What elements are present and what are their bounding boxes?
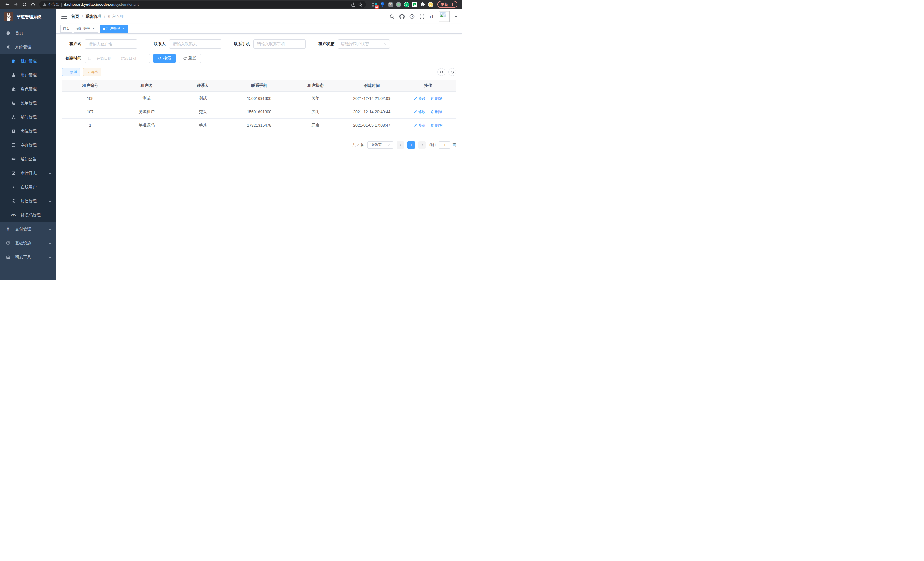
sidebar-item-pay[interactable]: ¥ 支付管理	[0, 222, 56, 236]
header-search-icon[interactable]	[389, 14, 394, 19]
extension-chat-icon[interactable]	[412, 2, 417, 8]
extensions-puzzle-icon[interactable]	[420, 2, 425, 8]
goto-group: 前往 页	[429, 141, 456, 149]
close-tab-icon[interactable]: ×	[92, 27, 96, 31]
help-icon[interactable]: ?	[410, 14, 415, 19]
start-date-input[interactable]	[93, 56, 115, 61]
filter-row-2: 创建时间 - 搜索 重置	[62, 54, 456, 63]
next-page-button[interactable]	[418, 141, 426, 149]
tenant-name-input[interactable]	[85, 39, 137, 49]
col-phone: 联系手机	[231, 80, 287, 92]
prev-page-button[interactable]	[397, 141, 404, 149]
sidebar-item-dict[interactable]: 字典管理	[0, 138, 56, 152]
contact-input[interactable]	[169, 39, 221, 49]
end-date-input[interactable]	[117, 56, 140, 61]
sidebar-item-post[interactable]: 岗位管理	[0, 124, 56, 138]
delete-link[interactable]: 删除	[430, 109, 442, 114]
sidebar-menu: 首页 系统管理 租户管理 用户管理	[0, 25, 56, 281]
profile-avatar-icon[interactable]	[428, 2, 434, 8]
tag-dept[interactable]: 部门管理×	[74, 25, 98, 33]
broken-image-icon	[440, 12, 446, 17]
browser-back-icon[interactable]	[3, 1, 11, 8]
current-page-button[interactable]: 1	[407, 141, 415, 149]
export-button[interactable]: 导出	[83, 68, 101, 76]
browser-reload-icon[interactable]	[21, 1, 28, 8]
browser-forward-icon[interactable]	[12, 1, 20, 8]
sidebar-item-home[interactable]: 首页	[0, 26, 56, 40]
user-avatar[interactable]	[439, 11, 450, 22]
phone-input[interactable]	[254, 39, 306, 49]
github-icon[interactable]	[399, 14, 405, 19]
delete-link[interactable]: 删除	[430, 96, 442, 101]
extension-recorder-icon[interactable]	[396, 2, 401, 8]
filter-status: 租户状态 请选择租户状态	[315, 39, 390, 49]
toggle-search-button[interactable]	[437, 68, 446, 76]
sidebar-item-online-user[interactable]: 在线用户	[0, 180, 56, 194]
edit-link[interactable]: 修改	[414, 109, 425, 114]
extension-tag-assistant-icon[interactable]: 10	[372, 2, 377, 8]
tag-home[interactable]: 首页	[60, 25, 72, 33]
chevron-down-icon	[48, 171, 52, 175]
monitor-icon	[5, 241, 10, 245]
security-chip[interactable]: 不安全	[43, 2, 59, 7]
chevron-right-icon	[421, 143, 424, 146]
sidebar-item-sms[interactable]: 短信管理	[0, 194, 56, 208]
extension-command-icon[interactable]: ⌘	[388, 2, 393, 8]
page-unit-label: 页	[453, 142, 456, 147]
goto-page-input[interactable]	[439, 141, 450, 149]
sidebar-item-system[interactable]: 系统管理	[0, 40, 56, 54]
address-bar[interactable]: 不安全 dashboard.yudao.iocoder.cn/system/te…	[39, 1, 366, 8]
trash-icon	[430, 123, 434, 127]
search-button[interactable]: 搜索	[153, 54, 176, 63]
chevron-up-icon	[48, 45, 52, 49]
page-size-select[interactable]: 10条/页	[368, 141, 393, 149]
chrome-update-button[interactable]: 更新 ⋮	[437, 1, 458, 8]
hamburger-icon[interactable]	[61, 14, 67, 20]
tag-tenant[interactable]: 租户管理×	[100, 25, 128, 33]
dashboard-icon	[5, 31, 10, 35]
table-row: 107 测试租户 秃头 15601691300 关闭 2021-12-14 20…	[62, 105, 456, 118]
sidebar-item-infra[interactable]: 基础设施	[0, 236, 56, 250]
share-icon[interactable]	[351, 2, 356, 7]
notice-icon	[11, 157, 16, 161]
font-size-icon[interactable]: TT	[429, 14, 434, 19]
download-icon	[87, 71, 90, 74]
edit-link[interactable]: 修改	[414, 96, 425, 101]
status-label: 租户状态	[315, 41, 334, 47]
sidebar-item-dept[interactable]: 部门管理	[0, 110, 56, 124]
sidebar-item-devtools[interactable]: 研发工具	[0, 250, 56, 264]
browser-home-icon[interactable]	[29, 1, 37, 8]
sidebar-item-audit-log[interactable]: 审计日志	[0, 166, 56, 180]
url-text[interactable]: dashboard.yudao.iocoder.cn/system/tenant	[64, 2, 139, 7]
date-range-picker[interactable]: -	[85, 54, 150, 63]
sidebar-item-role[interactable]: 角色管理	[0, 82, 56, 96]
extension-balloon-icon[interactable]	[380, 2, 386, 8]
breadcrumb-system[interactable]: 系统管理	[86, 14, 101, 19]
sidebar-item-notice[interactable]: 通知公告	[0, 152, 56, 166]
edit-link[interactable]: 修改	[414, 123, 425, 128]
logo-rabbit-icon	[4, 12, 13, 21]
avatar-dropdown-caret-icon[interactable]	[454, 16, 458, 19]
post-icon	[11, 129, 16, 133]
breadcrumb-home[interactable]: 首页	[71, 14, 79, 19]
reset-button[interactable]: 重置	[178, 54, 201, 63]
delete-link[interactable]: 删除	[430, 123, 442, 128]
add-button[interactable]: 新增	[62, 68, 80, 76]
search-icon	[158, 57, 162, 60]
fullscreen-icon[interactable]	[419, 14, 424, 19]
sidebar-item-user[interactable]: 用户管理	[0, 68, 56, 82]
close-tab-icon[interactable]: ×	[122, 27, 125, 31]
sidebar-item-tenant[interactable]: 租户管理	[0, 54, 56, 68]
bookmark-star-icon[interactable]	[358, 2, 363, 7]
col-actions: 操作	[400, 80, 456, 92]
trash-icon	[430, 97, 434, 100]
tenant-table: 租户编号 租户名 联系人 联系手机 租户状态 创建时间 操作 108 测试	[62, 80, 456, 132]
sms-shield-icon	[11, 199, 16, 203]
sidebar-logo[interactable]: 芋道管理系统	[0, 9, 56, 25]
sidebar-item-error-code[interactable]: </> 错误码管理	[0, 208, 56, 222]
refresh-table-button[interactable]	[448, 68, 456, 76]
browser-menu-dots-icon[interactable]: ⋮	[451, 3, 454, 6]
sidebar-item-menu[interactable]: 菜单管理	[0, 96, 56, 110]
extension-yuque-icon[interactable]: y	[404, 2, 410, 8]
status-select[interactable]: 请选择租户状态	[338, 39, 390, 49]
